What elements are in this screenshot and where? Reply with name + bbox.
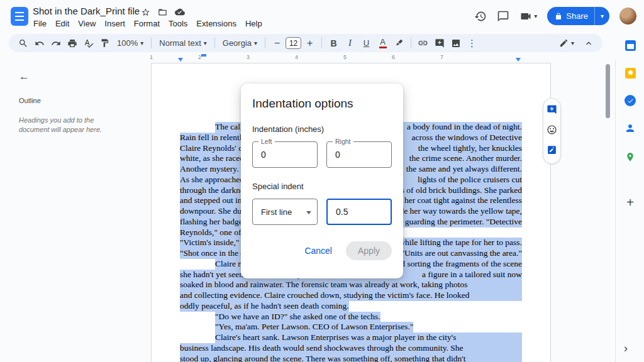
more-options-button[interactable]: ⋮ xyxy=(464,35,480,51)
style-value: Normal text xyxy=(159,38,201,48)
text-line[interactable]: and collecting evidence. Claire crouched… xyxy=(180,290,522,301)
cancel-button[interactable]: Cancel xyxy=(297,242,340,260)
print-button[interactable] xyxy=(64,35,80,51)
contacts-icon[interactable] xyxy=(624,122,636,134)
move-folder-icon[interactable] xyxy=(158,8,167,17)
ruler-number: 3 xyxy=(247,54,295,60)
editing-mode-select[interactable]: ▾ xyxy=(555,38,578,48)
cloud-saved-icon[interactable] xyxy=(175,7,185,17)
style-caret-icon: ▾ xyxy=(204,40,207,47)
toolbar-separator xyxy=(411,38,411,48)
text-line[interactable]: soaked in blood and rainwater. The foren… xyxy=(180,280,522,290)
ruler[interactable]: 1234567 xyxy=(0,53,644,63)
toolbar-separator xyxy=(151,38,152,48)
underline-button[interactable]: U xyxy=(358,35,374,51)
docs-logo-lines xyxy=(15,12,24,21)
calendar-icon[interactable] xyxy=(624,39,636,52)
chevron-up-icon xyxy=(584,38,594,48)
zoom-value: 100% xyxy=(117,38,138,48)
hide-menus-button[interactable] xyxy=(580,35,596,51)
highlight-color-button[interactable] xyxy=(391,35,407,51)
share-button[interactable]: Share ▾ xyxy=(547,7,609,25)
special-indent-amount-input[interactable]: 0.5 xyxy=(326,199,392,225)
keep-notes-icon[interactable] xyxy=(624,67,636,79)
text-line[interactable]: oddly peaceful, as if he hadn't seen dea… xyxy=(180,301,522,312)
editing-pen-icon xyxy=(559,38,569,48)
menu-item[interactable]: View xyxy=(74,17,100,30)
undo-button[interactable] xyxy=(31,35,47,51)
first-line-indent-marker[interactable] xyxy=(201,54,206,57)
print-icon xyxy=(67,38,77,48)
meet-call-button[interactable]: ▾ xyxy=(519,10,537,23)
close-outline-button[interactable]: ← xyxy=(19,70,30,83)
add-comment-icon xyxy=(547,104,557,115)
comment-rail xyxy=(543,98,561,164)
menu-item[interactable]: Tools xyxy=(164,17,192,30)
video-camera-icon xyxy=(519,10,532,23)
emoji-smiley-icon xyxy=(547,124,557,135)
insert-link-button[interactable] xyxy=(415,35,431,51)
font-size-input[interactable]: 12 xyxy=(286,37,301,49)
tasks-icon[interactable] xyxy=(624,94,636,107)
paint-format-button[interactable] xyxy=(97,35,113,51)
right-indent-field[interactable]: Right 0 xyxy=(326,141,392,168)
rail-add-reaction-button[interactable] xyxy=(547,124,557,138)
paragraph-style-select[interactable]: Normal text▾ xyxy=(155,38,211,48)
text-color-button[interactable]: A xyxy=(375,35,391,51)
vertical-scrollbar[interactable] xyxy=(606,64,610,118)
account-avatar[interactable] xyxy=(619,8,636,25)
comment-history-icon[interactable] xyxy=(497,10,509,23)
menu-item[interactable]: Format xyxy=(130,17,164,30)
add-comment-button[interactable] xyxy=(431,35,447,51)
outline-empty-hint: Headings you add to the document will ap… xyxy=(19,116,123,134)
redo-button[interactable] xyxy=(48,35,64,51)
header-actions: ▾ Share ▾ xyxy=(474,7,636,25)
toolbar-separator xyxy=(214,38,215,48)
special-indent-type-select[interactable]: First line xyxy=(252,199,318,225)
lock-icon xyxy=(555,13,562,20)
side-panel: + › xyxy=(615,60,644,362)
menu-item[interactable]: Help xyxy=(241,17,267,30)
left-indent-marker[interactable] xyxy=(178,58,183,62)
apply-button[interactable]: Apply xyxy=(346,241,392,260)
text-color-icon: A xyxy=(379,38,387,48)
rail-add-comment-button[interactable] xyxy=(547,104,557,118)
insert-image-button[interactable] xyxy=(448,35,464,51)
menu-item[interactable]: Edit xyxy=(51,17,74,30)
share-dropdown[interactable]: ▾ xyxy=(594,7,609,25)
text-line[interactable]: stood up, glancing around the scene. The… xyxy=(180,354,522,362)
version-history-icon[interactable] xyxy=(474,10,487,23)
text-line[interactable]: "Yes, ma'am. Peter Lawson. CEO of Lawson… xyxy=(215,322,522,332)
menu-item[interactable]: Insert xyxy=(100,17,130,30)
ruler-number: 1 xyxy=(150,54,198,60)
left-indent-value: 0 xyxy=(261,142,266,167)
star-icon[interactable] xyxy=(141,8,150,17)
text-line[interactable]: "Do we have an ID?" she asked one of the… xyxy=(215,312,522,322)
document-title[interactable]: Shot in the Dark_Print file xyxy=(33,6,140,16)
meet-caret-icon: ▾ xyxy=(534,13,537,19)
italic-button[interactable]: I xyxy=(342,35,358,51)
menu-item[interactable]: Extensions xyxy=(192,17,241,30)
search-menus-button[interactable] xyxy=(15,35,31,51)
zoom-select[interactable]: 100%▾ xyxy=(113,38,147,48)
edit-in-box-icon xyxy=(547,145,557,155)
font-select[interactable]: Georgia▾ xyxy=(219,38,261,48)
right-indent-marker[interactable] xyxy=(516,58,521,62)
bold-button[interactable]: B xyxy=(326,35,341,51)
outline-panel: ← Outline Headings you add to the docume… xyxy=(19,70,132,134)
decrease-font-size-button[interactable]: − xyxy=(269,35,285,51)
menu-item[interactable]: File xyxy=(29,17,51,30)
docs-logo-icon[interactable] xyxy=(11,7,28,26)
hide-side-panel-chevron[interactable]: › xyxy=(624,342,628,355)
maps-icon[interactable] xyxy=(624,151,636,163)
redo-icon xyxy=(51,38,61,48)
increase-font-size-button[interactable]: + xyxy=(302,35,318,51)
left-indent-field[interactable]: Left 0 xyxy=(252,141,318,168)
rail-suggest-edits-button[interactable] xyxy=(547,145,557,158)
font-value: Georgia xyxy=(223,38,252,48)
text-line[interactable]: Claire's heart sank. Lawson Enterprises … xyxy=(215,332,522,343)
text-line[interactable]: business landscape. His death would send… xyxy=(180,343,522,354)
menu-bar: FileEditViewInsertFormatToolsExtensionsH… xyxy=(29,17,267,30)
spellcheck-button[interactable] xyxy=(80,35,96,51)
get-addons-button[interactable]: + xyxy=(624,196,636,209)
